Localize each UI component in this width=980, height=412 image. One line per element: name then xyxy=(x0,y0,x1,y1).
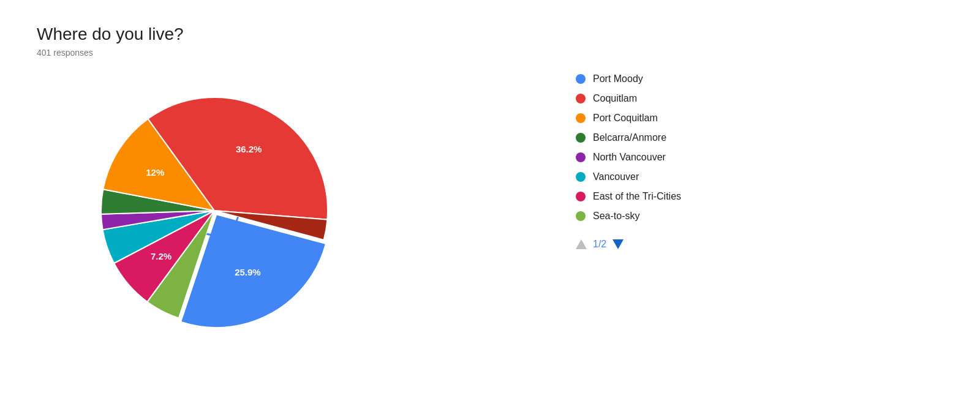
legend-dot xyxy=(576,152,586,162)
legend-label: Port Coquitlam xyxy=(593,113,658,124)
legend-item: Port Moody xyxy=(576,73,943,84)
next-page-icon xyxy=(612,239,624,249)
next-page-button[interactable] xyxy=(612,239,624,249)
legend-label: Coquitlam xyxy=(593,93,637,104)
pie-label: 25.9% xyxy=(235,267,261,277)
legend-label: East of the Tri-Cities xyxy=(593,191,681,202)
legend-label: North Vancouver xyxy=(593,152,666,163)
page-indicator: 1/2 xyxy=(593,239,606,250)
question-title: Where do you live? xyxy=(37,24,184,44)
legend-label: Port Moody xyxy=(593,73,643,84)
pie-label: 12% xyxy=(146,167,164,178)
legend-label: Belcarra/Anmore xyxy=(593,132,666,143)
legend-dot xyxy=(576,211,586,221)
legend-item: Coquitlam xyxy=(576,93,943,104)
prev-page-icon xyxy=(576,239,587,249)
legend-item: East of the Tri-Cities xyxy=(576,191,943,202)
response-count: 401 responses xyxy=(37,48,93,58)
legend-item: Sea-to-sky xyxy=(576,211,943,222)
legend-dot xyxy=(576,94,586,103)
page: Where do you live? 401 responses 25.9%7.… xyxy=(0,0,980,412)
right-section: Port Moody Coquitlam Port Coquitlam Belc… xyxy=(539,24,943,250)
legend-item: Belcarra/Anmore xyxy=(576,132,943,143)
pie-label: 36.2% xyxy=(236,144,262,154)
legend-dot xyxy=(576,113,586,123)
legend-item: North Vancouver xyxy=(576,152,943,163)
legend-dot xyxy=(576,74,586,84)
legend-item: Port Coquitlam xyxy=(576,113,943,124)
pie-label: 7.2% xyxy=(151,251,172,261)
legend-dot xyxy=(576,172,586,182)
prev-page-button[interactable] xyxy=(576,239,587,249)
pie-chart-svg: 25.9%7.2%12%36.2% xyxy=(86,82,343,339)
legend-label: Vancouver xyxy=(593,171,639,182)
legend-dot xyxy=(576,133,586,143)
left-section: Where do you live? 401 responses 25.9%7.… xyxy=(37,24,539,339)
pagination: 1/2 xyxy=(576,239,943,250)
legend-list: Port Moody Coquitlam Port Coquitlam Belc… xyxy=(576,73,943,222)
legend-label: Sea-to-sky xyxy=(593,211,639,222)
legend-item: Vancouver xyxy=(576,171,943,182)
legend-dot xyxy=(576,192,586,201)
chart-container: 25.9%7.2%12%36.2% xyxy=(86,82,343,339)
